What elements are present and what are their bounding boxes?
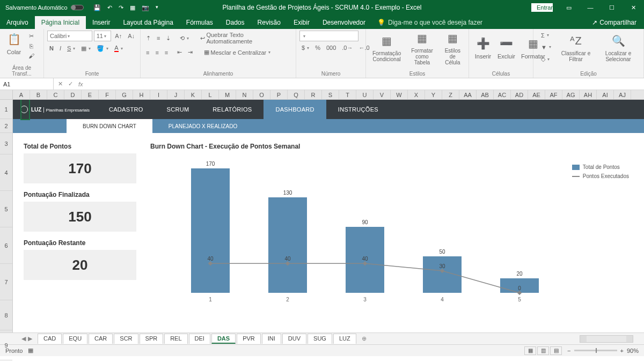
orientation-icon[interactable]: ⟲ (178, 34, 191, 43)
nav-instrucoes[interactable]: INSTRUÇÕES (326, 100, 390, 119)
tab-review[interactable]: Revisão (251, 16, 287, 29)
decrease-indent-icon[interactable]: ⇤ (175, 48, 184, 57)
number-format-select[interactable] (299, 31, 358, 41)
sheet-tab-SPR[interactable]: SPR (140, 334, 164, 344)
col-S[interactable]: S (322, 90, 339, 99)
row-5[interactable]: 5 (0, 191, 12, 227)
sheet-tab-REL[interactable]: REL (164, 334, 187, 344)
sheet-tab-EQU[interactable]: EQU (63, 334, 87, 344)
redo-icon[interactable]: ↷ (119, 4, 123, 11)
close-icon[interactable]: ✕ (623, 4, 644, 11)
subtab-burndown[interactable]: BURN DOWN CHART (67, 119, 152, 133)
tab-layout[interactable]: Layout da Página (116, 16, 179, 29)
row-7[interactable]: 7 (0, 264, 12, 300)
camera-icon[interactable]: 📷 (142, 4, 149, 11)
sheet-tab-PVR[interactable]: PVR (237, 334, 261, 344)
col-W[interactable]: W (391, 90, 408, 99)
fill-color-icon[interactable]: 🪣 (94, 44, 111, 53)
col-T[interactable]: T (339, 90, 356, 99)
macro-record-icon[interactable]: ▦ (28, 347, 33, 354)
col-A[interactable]: A (13, 90, 30, 99)
row-9[interactable]: 9 (0, 330, 12, 360)
sheet-tab-SCR[interactable]: SCR (114, 334, 138, 344)
minimize-icon[interactable]: — (580, 4, 601, 11)
row-4[interactable]: 4 (0, 154, 12, 191)
col-AB[interactable]: AB (477, 90, 494, 99)
signin-button[interactable]: Entrar (531, 3, 553, 12)
cell-styles-button[interactable]: ▦Estilos de Célula (440, 29, 465, 65)
sheet-tab-CAR[interactable]: CAR (89, 334, 113, 344)
tab-scroll-left-icon[interactable]: ◀ (21, 335, 26, 342)
col-AG[interactable]: AG (562, 90, 580, 99)
merge-button[interactable]: ▦ Mesclar e Centralizar (202, 48, 273, 57)
sheet-tab-SUG[interactable]: SUG (308, 334, 332, 344)
enter-formula-icon[interactable]: ✓ (68, 80, 73, 87)
row-1[interactable]: 1 (0, 100, 12, 119)
zoom-in-icon[interactable]: + (620, 348, 624, 354)
touch-mode-icon[interactable]: ▦ (130, 4, 135, 11)
currency-icon[interactable]: $ (299, 43, 311, 52)
sheet-tab-DEI[interactable]: DEI (189, 334, 210, 344)
sheet-tab-CAD[interactable]: CAD (38, 334, 62, 344)
horizontal-scrollbar[interactable] (580, 335, 633, 343)
font-name-select[interactable]: Calibri (47, 31, 92, 41)
maximize-icon[interactable]: ☐ (601, 4, 623, 11)
col-AE[interactable]: AE (528, 90, 545, 99)
formula-input[interactable] (87, 78, 644, 90)
name-box[interactable]: A1 (0, 78, 54, 90)
percent-icon[interactable]: % (313, 43, 323, 52)
tell-me-search[interactable]: 💡 Diga-me o que você deseja fazer (377, 19, 482, 29)
col-K[interactable]: K (185, 90, 202, 99)
insert-cells-button[interactable]: ➕Inserir (472, 35, 494, 60)
tab-formulas[interactable]: Fórmulas (180, 16, 219, 29)
view-normal-icon[interactable]: ▦ (524, 346, 536, 355)
increase-font-icon[interactable]: A↑ (113, 32, 124, 40)
decrease-font-icon[interactable]: A↓ (126, 32, 137, 40)
sheet-tab-LUZ[interactable]: LUZ (333, 334, 356, 344)
col-H[interactable]: H (133, 90, 150, 99)
col-L[interactable]: L (202, 90, 219, 99)
col-B[interactable]: B (30, 90, 47, 99)
fx-icon[interactable]: fx (78, 81, 83, 87)
zoom-out-icon[interactable]: − (567, 348, 570, 354)
delete-cells-button[interactable]: ➖Excluir (495, 35, 517, 60)
col-AH[interactable]: AH (580, 90, 597, 99)
undo-icon[interactable]: ↶ (107, 4, 112, 11)
format-painter-icon[interactable]: 🖌 (28, 53, 34, 59)
bold-icon[interactable]: N (47, 44, 56, 53)
qat-dropdown-icon[interactable]: ▾ (156, 4, 158, 11)
col-G[interactable]: G (116, 90, 133, 99)
row-8[interactable]: 8 (0, 300, 12, 330)
conditional-formatting-button[interactable]: ▦Formatação Condicional (369, 32, 404, 62)
nav-dashboard[interactable]: DASHBOARD (264, 100, 326, 119)
align-top-icon[interactable]: ⇡ (144, 34, 153, 43)
increase-indent-icon[interactable]: ⇥ (186, 48, 195, 57)
sort-filter-button[interactable]: ᴬZClassificar e Filtrar (557, 32, 595, 62)
col-F[interactable]: F (99, 90, 116, 99)
col-I[interactable]: I (150, 90, 167, 99)
autosum-icon[interactable]: Σ (539, 31, 551, 40)
paste-button[interactable]: Colar (7, 49, 21, 55)
align-left-icon[interactable]: ≡ (144, 48, 151, 57)
autosave-toggle[interactable]: Salvamento Automático (0, 4, 89, 11)
align-center-icon[interactable]: ≡ (153, 48, 160, 57)
row-6[interactable]: 6 (0, 227, 12, 264)
zoom-slider[interactable] (574, 350, 617, 351)
nav-cadastro[interactable]: CADASTRO (97, 100, 155, 119)
cancel-formula-icon[interactable]: ✕ (58, 80, 63, 87)
col-AA[interactable]: AA (459, 90, 477, 99)
tab-developer[interactable]: Desenvolvedor (316, 16, 372, 29)
find-select-button[interactable]: 🔍Localizar e Selecionar (596, 32, 640, 62)
add-sheet-button[interactable]: ⊕ (362, 335, 367, 342)
subtab-planejado[interactable]: PLANEJADO X REALIZADO (152, 119, 253, 133)
col-AD[interactable]: AD (511, 90, 528, 99)
comma-icon[interactable]: 000 (324, 43, 338, 52)
sheet-tab-DUV[interactable]: DUV (282, 334, 306, 344)
view-page-layout-icon[interactable]: ▥ (537, 346, 549, 355)
col-V[interactable]: V (374, 90, 391, 99)
tab-insert[interactable]: Inserir (86, 16, 116, 29)
underline-icon[interactable]: S (65, 44, 77, 53)
tab-view[interactable]: Exibir (287, 16, 316, 29)
fill-icon[interactable]: ▼ (539, 43, 553, 51)
increase-decimal-icon[interactable]: .0→ (340, 43, 355, 52)
